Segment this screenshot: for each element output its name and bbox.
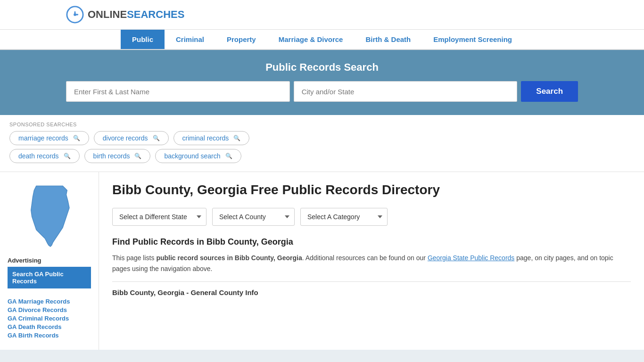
find-title: Find Public Records in Bibb County, Geor…	[112, 237, 631, 247]
search-icon: 🔍	[153, 135, 160, 141]
county-info-title: Bibb County, Georgia - General County In…	[112, 281, 631, 296]
desc-part2: . Additional resources can be found on o…	[302, 254, 428, 262]
tag-birth-records[interactable]: birth records 🔍	[84, 149, 151, 163]
sidebar-ad-label: Advertising	[8, 257, 91, 264]
search-icon: 🔍	[64, 153, 71, 159]
site-header: ONLINESEARCHES	[0, 0, 644, 30]
search-banner: Public Records Search Search	[0, 50, 644, 115]
sidebar-link-divorce[interactable]: GA Divorce Records	[8, 306, 91, 313]
logo-text: ONLINESEARCHES	[88, 8, 184, 21]
sidebar-link-criminal[interactable]: GA Criminal Records	[8, 315, 91, 322]
sidebar-link-birth[interactable]: GA Birth Records	[8, 332, 91, 339]
main-nav: Public Criminal Property Marriage & Divo…	[0, 30, 644, 50]
desc-bold: public record sources in Bibb County, Ge…	[156, 254, 302, 262]
tag-criminal-records[interactable]: criminal records 🔍	[173, 131, 250, 145]
main-content: Bibb County, Georgia Free Public Records…	[99, 172, 644, 350]
sidebar-link-death[interactable]: GA Death Records	[8, 323, 91, 330]
sponsored-tags-row2: death records 🔍 birth records 🔍 backgrou…	[9, 149, 635, 163]
search-banner-title: Public Records Search	[66, 61, 578, 74]
content-area: Advertising Search GA Public Records GA …	[0, 172, 644, 350]
desc-part1: This page lists	[112, 254, 156, 262]
name-input[interactable]	[66, 81, 290, 102]
sponsored-tags-row1: marriage records 🔍 divorce records 🔍 cri…	[9, 131, 635, 145]
dropdowns: Select a Different State Select A County…	[112, 208, 631, 226]
georgia-map	[21, 181, 78, 247]
state-dropdown[interactable]: Select a Different State	[112, 208, 206, 226]
tag-divorce-records[interactable]: divorce records 🔍	[94, 131, 169, 145]
sidebar: Advertising Search GA Public Records GA …	[0, 172, 99, 350]
tag-marriage-records[interactable]: marriage records 🔍	[9, 131, 89, 145]
nav-marriage-divorce[interactable]: Marriage & Divorce	[267, 30, 355, 49]
county-dropdown[interactable]: Select A County	[212, 208, 295, 226]
location-input[interactable]	[294, 81, 518, 102]
search-icon: 🔍	[233, 135, 240, 141]
nav-employment[interactable]: Employment Screening	[422, 30, 523, 49]
logo[interactable]: ONLINESEARCHES	[66, 6, 184, 24]
search-icon: 🔍	[225, 153, 232, 159]
search-form: Search	[66, 81, 578, 102]
search-icon: 🔍	[134, 153, 141, 159]
sponsored-section: SPONSORED SEARCHES marriage records 🔍 di…	[0, 115, 644, 172]
tag-background-search[interactable]: background search 🔍	[155, 149, 241, 163]
search-icon: 🔍	[73, 135, 80, 141]
svg-point-1	[74, 13, 76, 16]
sponsored-label: SPONSORED SEARCHES	[9, 122, 635, 127]
tag-death-records[interactable]: death records 🔍	[9, 149, 80, 163]
page-title: Bibb County, Georgia Free Public Records…	[112, 181, 631, 198]
desc-link[interactable]: Georgia State Public Records	[428, 254, 514, 262]
sidebar-link-marriage[interactable]: GA Marriage Records	[8, 298, 91, 305]
nav-criminal[interactable]: Criminal	[165, 30, 215, 49]
category-dropdown[interactable]: Select A Category	[300, 208, 388, 226]
search-button[interactable]: Search	[521, 81, 578, 102]
nav-public[interactable]: Public	[121, 30, 165, 49]
nav-property[interactable]: Property	[215, 30, 267, 49]
logo-icon	[66, 6, 84, 24]
nav-birth-death[interactable]: Birth & Death	[354, 30, 422, 49]
sidebar-ad-item[interactable]: Search GA Public Records	[8, 267, 91, 288]
find-description: This page lists public record sources in…	[112, 253, 631, 274]
